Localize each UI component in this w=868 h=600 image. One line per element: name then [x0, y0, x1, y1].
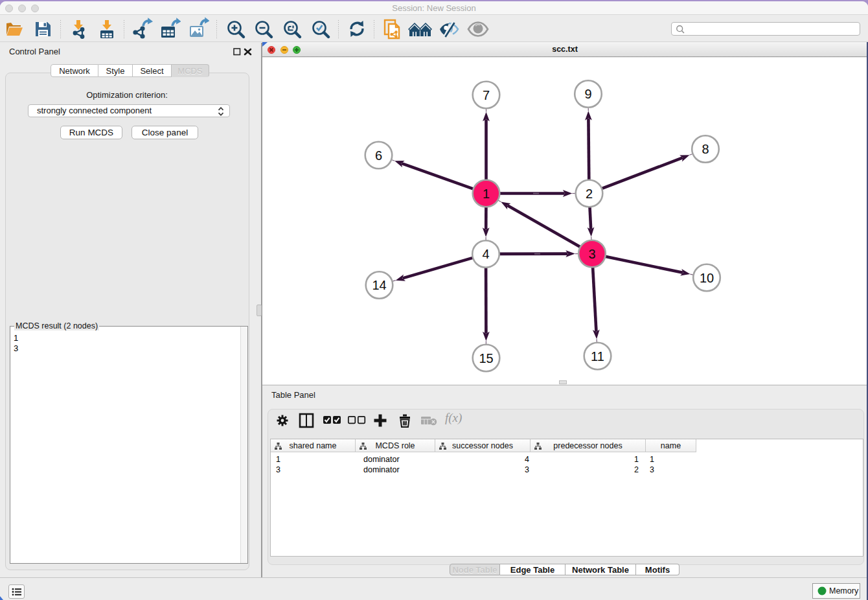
svg-text:3: 3 [588, 247, 595, 261]
svg-text:10: 10 [700, 271, 714, 285]
svg-text:14: 14 [372, 278, 386, 292]
svg-text:15: 15 [479, 351, 493, 365]
svg-text:9: 9 [584, 87, 591, 101]
svg-text:11: 11 [591, 349, 604, 363]
svg-text:6: 6 [375, 148, 382, 163]
svg-text:1: 1 [483, 187, 490, 201]
svg-text:8: 8 [702, 142, 709, 156]
svg-text:2: 2 [586, 187, 593, 201]
svg-text:7: 7 [483, 88, 490, 102]
svg-text:4: 4 [482, 247, 489, 261]
